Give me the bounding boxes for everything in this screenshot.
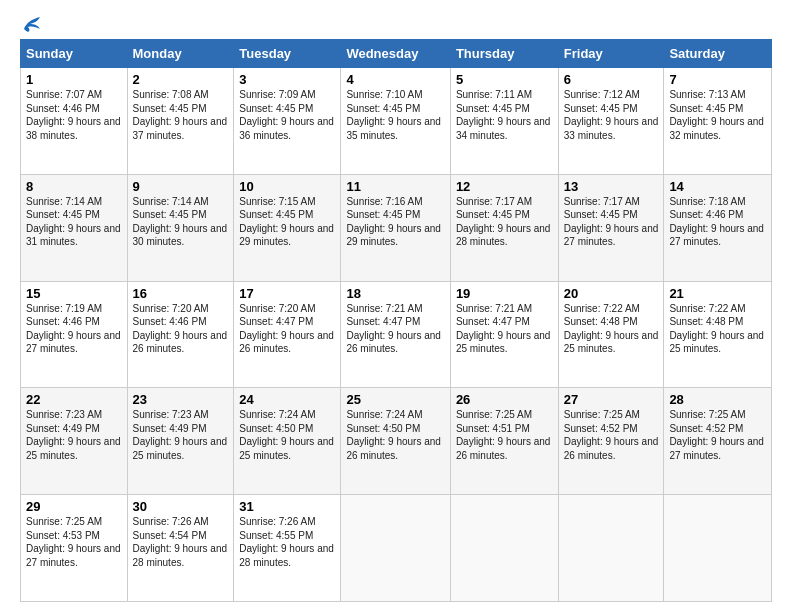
weekday-header-friday: Friday — [558, 40, 664, 68]
weekday-header-tuesday: Tuesday — [234, 40, 341, 68]
calendar-cell: 17 Sunrise: 7:20 AMSunset: 4:47 PMDaylig… — [234, 281, 341, 388]
day-number: 13 — [564, 179, 659, 194]
calendar-cell: 18 Sunrise: 7:21 AMSunset: 4:47 PMDaylig… — [341, 281, 450, 388]
weekday-header-saturday: Saturday — [664, 40, 772, 68]
day-number: 29 — [26, 499, 122, 514]
day-info: Sunrise: 7:21 AMSunset: 4:47 PMDaylight:… — [456, 303, 551, 355]
calendar-cell: 24 Sunrise: 7:24 AMSunset: 4:50 PMDaylig… — [234, 388, 341, 495]
calendar-cell: 8 Sunrise: 7:14 AMSunset: 4:45 PMDayligh… — [21, 174, 128, 281]
day-number: 1 — [26, 72, 122, 87]
week-row-4: 22 Sunrise: 7:23 AMSunset: 4:49 PMDaylig… — [21, 388, 772, 495]
calendar-cell: 10 Sunrise: 7:15 AMSunset: 4:45 PMDaylig… — [234, 174, 341, 281]
day-number: 2 — [133, 72, 229, 87]
day-info: Sunrise: 7:20 AMSunset: 4:47 PMDaylight:… — [239, 303, 334, 355]
day-info: Sunrise: 7:14 AMSunset: 4:45 PMDaylight:… — [133, 196, 228, 248]
page: SundayMondayTuesdayWednesdayThursdayFrid… — [0, 0, 792, 612]
day-number: 10 — [239, 179, 335, 194]
week-row-2: 8 Sunrise: 7:14 AMSunset: 4:45 PMDayligh… — [21, 174, 772, 281]
day-info: Sunrise: 7:22 AMSunset: 4:48 PMDaylight:… — [564, 303, 659, 355]
calendar-cell: 6 Sunrise: 7:12 AMSunset: 4:45 PMDayligh… — [558, 68, 664, 175]
calendar-cell: 7 Sunrise: 7:13 AMSunset: 4:45 PMDayligh… — [664, 68, 772, 175]
logo-text — [20, 15, 42, 33]
calendar-cell: 25 Sunrise: 7:24 AMSunset: 4:50 PMDaylig… — [341, 388, 450, 495]
day-number: 27 — [564, 392, 659, 407]
day-number: 28 — [669, 392, 766, 407]
calendar-cell — [664, 495, 772, 602]
weekday-header-monday: Monday — [127, 40, 234, 68]
day-info: Sunrise: 7:26 AMSunset: 4:54 PMDaylight:… — [133, 516, 228, 568]
week-row-5: 29 Sunrise: 7:25 AMSunset: 4:53 PMDaylig… — [21, 495, 772, 602]
weekday-header-sunday: Sunday — [21, 40, 128, 68]
calendar-cell: 5 Sunrise: 7:11 AMSunset: 4:45 PMDayligh… — [450, 68, 558, 175]
day-info: Sunrise: 7:10 AMSunset: 4:45 PMDaylight:… — [346, 89, 441, 141]
calendar-cell: 3 Sunrise: 7:09 AMSunset: 4:45 PMDayligh… — [234, 68, 341, 175]
day-number: 25 — [346, 392, 444, 407]
day-number: 6 — [564, 72, 659, 87]
day-number: 21 — [669, 286, 766, 301]
day-info: Sunrise: 7:22 AMSunset: 4:48 PMDaylight:… — [669, 303, 764, 355]
day-number: 17 — [239, 286, 335, 301]
calendar-cell: 26 Sunrise: 7:25 AMSunset: 4:51 PMDaylig… — [450, 388, 558, 495]
calendar-cell: 21 Sunrise: 7:22 AMSunset: 4:48 PMDaylig… — [664, 281, 772, 388]
day-number: 8 — [26, 179, 122, 194]
calendar-cell: 12 Sunrise: 7:17 AMSunset: 4:45 PMDaylig… — [450, 174, 558, 281]
calendar-cell: 13 Sunrise: 7:17 AMSunset: 4:45 PMDaylig… — [558, 174, 664, 281]
calendar-cell: 1 Sunrise: 7:07 AMSunset: 4:46 PMDayligh… — [21, 68, 128, 175]
calendar-cell: 29 Sunrise: 7:25 AMSunset: 4:53 PMDaylig… — [21, 495, 128, 602]
day-number: 14 — [669, 179, 766, 194]
day-number: 24 — [239, 392, 335, 407]
day-info: Sunrise: 7:12 AMSunset: 4:45 PMDaylight:… — [564, 89, 659, 141]
day-number: 20 — [564, 286, 659, 301]
day-number: 7 — [669, 72, 766, 87]
calendar-cell: 31 Sunrise: 7:26 AMSunset: 4:55 PMDaylig… — [234, 495, 341, 602]
day-info: Sunrise: 7:13 AMSunset: 4:45 PMDaylight:… — [669, 89, 764, 141]
day-info: Sunrise: 7:08 AMSunset: 4:45 PMDaylight:… — [133, 89, 228, 141]
day-number: 9 — [133, 179, 229, 194]
day-info: Sunrise: 7:25 AMSunset: 4:53 PMDaylight:… — [26, 516, 121, 568]
day-number: 18 — [346, 286, 444, 301]
logo-bird-icon — [22, 15, 42, 33]
logo — [20, 15, 42, 29]
week-row-1: 1 Sunrise: 7:07 AMSunset: 4:46 PMDayligh… — [21, 68, 772, 175]
calendar-cell: 11 Sunrise: 7:16 AMSunset: 4:45 PMDaylig… — [341, 174, 450, 281]
day-info: Sunrise: 7:24 AMSunset: 4:50 PMDaylight:… — [346, 409, 441, 461]
day-info: Sunrise: 7:11 AMSunset: 4:45 PMDaylight:… — [456, 89, 551, 141]
day-info: Sunrise: 7:23 AMSunset: 4:49 PMDaylight:… — [26, 409, 121, 461]
day-info: Sunrise: 7:17 AMSunset: 4:45 PMDaylight:… — [564, 196, 659, 248]
day-info: Sunrise: 7:19 AMSunset: 4:46 PMDaylight:… — [26, 303, 121, 355]
calendar-cell: 20 Sunrise: 7:22 AMSunset: 4:48 PMDaylig… — [558, 281, 664, 388]
day-number: 26 — [456, 392, 553, 407]
day-number: 4 — [346, 72, 444, 87]
day-info: Sunrise: 7:20 AMSunset: 4:46 PMDaylight:… — [133, 303, 228, 355]
calendar-cell: 2 Sunrise: 7:08 AMSunset: 4:45 PMDayligh… — [127, 68, 234, 175]
weekday-header-thursday: Thursday — [450, 40, 558, 68]
day-info: Sunrise: 7:21 AMSunset: 4:47 PMDaylight:… — [346, 303, 441, 355]
calendar-cell — [341, 495, 450, 602]
day-info: Sunrise: 7:23 AMSunset: 4:49 PMDaylight:… — [133, 409, 228, 461]
day-info: Sunrise: 7:18 AMSunset: 4:46 PMDaylight:… — [669, 196, 764, 248]
calendar-cell: 4 Sunrise: 7:10 AMSunset: 4:45 PMDayligh… — [341, 68, 450, 175]
day-info: Sunrise: 7:07 AMSunset: 4:46 PMDaylight:… — [26, 89, 121, 141]
calendar-cell: 16 Sunrise: 7:20 AMSunset: 4:46 PMDaylig… — [127, 281, 234, 388]
calendar-cell — [558, 495, 664, 602]
day-info: Sunrise: 7:25 AMSunset: 4:52 PMDaylight:… — [669, 409, 764, 461]
day-number: 30 — [133, 499, 229, 514]
day-number: 12 — [456, 179, 553, 194]
week-row-3: 15 Sunrise: 7:19 AMSunset: 4:46 PMDaylig… — [21, 281, 772, 388]
calendar-cell: 15 Sunrise: 7:19 AMSunset: 4:46 PMDaylig… — [21, 281, 128, 388]
calendar-cell: 27 Sunrise: 7:25 AMSunset: 4:52 PMDaylig… — [558, 388, 664, 495]
weekday-header-wednesday: Wednesday — [341, 40, 450, 68]
calendar-cell: 19 Sunrise: 7:21 AMSunset: 4:47 PMDaylig… — [450, 281, 558, 388]
calendar-cell: 22 Sunrise: 7:23 AMSunset: 4:49 PMDaylig… — [21, 388, 128, 495]
day-info: Sunrise: 7:09 AMSunset: 4:45 PMDaylight:… — [239, 89, 334, 141]
day-info: Sunrise: 7:14 AMSunset: 4:45 PMDaylight:… — [26, 196, 121, 248]
day-number: 15 — [26, 286, 122, 301]
day-info: Sunrise: 7:25 AMSunset: 4:51 PMDaylight:… — [456, 409, 551, 461]
day-info: Sunrise: 7:17 AMSunset: 4:45 PMDaylight:… — [456, 196, 551, 248]
day-info: Sunrise: 7:26 AMSunset: 4:55 PMDaylight:… — [239, 516, 334, 568]
weekday-header-row: SundayMondayTuesdayWednesdayThursdayFrid… — [21, 40, 772, 68]
day-number: 3 — [239, 72, 335, 87]
calendar-cell: 14 Sunrise: 7:18 AMSunset: 4:46 PMDaylig… — [664, 174, 772, 281]
day-number: 5 — [456, 72, 553, 87]
day-number: 23 — [133, 392, 229, 407]
